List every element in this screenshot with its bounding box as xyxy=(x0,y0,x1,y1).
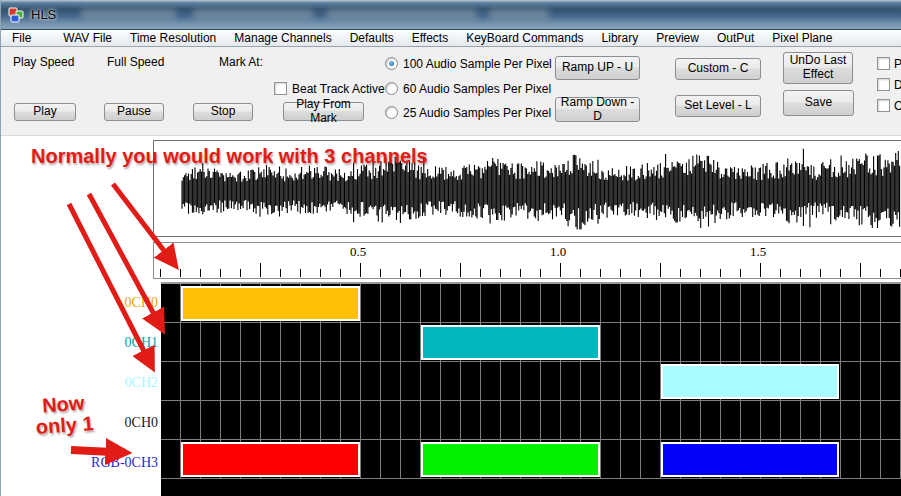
ruler-tick xyxy=(480,269,481,277)
effect-block[interactable] xyxy=(421,442,600,477)
blurred-title-text xyxy=(193,9,313,20)
ruler-tick-medium xyxy=(860,263,861,277)
menubar: FileWAV FileTime ResolutionManage Channe… xyxy=(1,31,901,47)
ruler-tick xyxy=(180,269,181,277)
play-speed-label: Play Speed xyxy=(13,55,74,69)
menu-item-keyboard-commands[interactable]: KeyBoard Commands xyxy=(457,31,592,47)
menu-item-manage-channels[interactable]: Manage Channels xyxy=(225,31,340,47)
sample-rate-radio-label-0: 100 Audio Sample Per Pixel xyxy=(403,57,552,71)
play-from-mark-button[interactable]: Play From Mark xyxy=(283,102,364,121)
annotation-now-only: Now only 1 xyxy=(22,391,107,439)
right-checkbox-label-1: Di xyxy=(894,78,901,92)
ruler-tick-medium xyxy=(560,263,561,277)
ramp-down-d-button[interactable]: Ramp Down - D xyxy=(555,97,640,122)
save-button[interactable]: Save xyxy=(783,90,854,116)
channel-row-0[interactable] xyxy=(161,284,901,323)
pause-button[interactable]: Pause xyxy=(104,103,164,121)
menu-item-preview[interactable]: Preview xyxy=(647,31,708,47)
ruler-tick-medium xyxy=(460,263,461,277)
ruler-tick xyxy=(880,269,881,277)
menu-item-time-resolution[interactable]: Time Resolution xyxy=(121,31,225,47)
sample-rate-radio-label-1: 60 Audio Samples Per Pixel xyxy=(403,82,551,96)
channel-label-1[interactable]: 0CH1 xyxy=(54,335,158,351)
channel-row-3[interactable] xyxy=(161,401,901,440)
hls-window: HLS FileWAV FileTime ResolutionManage Ch… xyxy=(0,0,901,496)
ruler-tick xyxy=(440,269,441,277)
right-checkbox-label-2: O xyxy=(894,99,901,113)
effect-block[interactable] xyxy=(661,442,839,477)
stop-button[interactable]: Stop xyxy=(193,103,253,121)
titlebar[interactable]: HLS xyxy=(1,0,901,30)
ruler-tick xyxy=(640,269,641,277)
ruler-tick xyxy=(400,269,401,277)
ruler-tick xyxy=(240,269,241,277)
right-checkbox-2[interactable] xyxy=(877,99,890,112)
sample-rate-radio-1[interactable] xyxy=(385,82,398,95)
menu-item-defaults[interactable]: Defaults xyxy=(341,31,403,47)
custom-c-button[interactable]: Custom - C xyxy=(675,58,761,80)
channel-row-1[interactable] xyxy=(161,323,901,362)
menu-item-pixel-plane[interactable]: Pixel Plane xyxy=(763,31,841,47)
ruler-tick xyxy=(220,269,221,277)
channel-label-2[interactable]: 0CH2 xyxy=(54,375,158,391)
channel-label-4[interactable]: RGB-0CH3 xyxy=(54,455,158,471)
ruler-label-0-5: 0.5 xyxy=(341,244,375,260)
right-checkbox-0[interactable] xyxy=(877,57,890,70)
full-speed-value: Full Speed xyxy=(107,55,164,69)
ruler-tick-medium xyxy=(260,263,261,277)
menu-item-output[interactable]: OutPut xyxy=(708,31,763,47)
set-level-l-button[interactable]: Set Level - L xyxy=(675,95,761,117)
ruler-tick xyxy=(420,269,421,277)
ruler-tick xyxy=(540,269,541,277)
ruler-tick xyxy=(500,269,501,277)
ruler-tick xyxy=(200,269,201,277)
app-icon[interactable] xyxy=(8,7,24,23)
sample-rate-radio-2[interactable] xyxy=(385,106,398,119)
sample-rate-radio-0[interactable] xyxy=(385,57,398,70)
blurred-title-text xyxy=(81,9,176,20)
sequencer-grid xyxy=(161,282,901,496)
ruler-tick xyxy=(680,269,681,277)
timeline-ruler[interactable]: 0.51.01.5 xyxy=(153,242,901,279)
ruler-tick xyxy=(620,269,621,277)
menu-item-wav-file[interactable]: WAV File xyxy=(54,31,121,47)
blurred-title-text xyxy=(327,9,477,20)
menu-item-library[interactable]: Library xyxy=(593,31,648,47)
ruler-tick xyxy=(740,269,741,277)
right-checkbox-1[interactable] xyxy=(877,78,890,91)
ruler-tick xyxy=(380,269,381,277)
ruler-tick xyxy=(580,269,581,277)
ruler-label-1-5: 1.5 xyxy=(741,244,775,260)
ruler-tick-medium xyxy=(360,263,361,277)
ruler-tick xyxy=(840,269,841,277)
beat-track-checkbox[interactable] xyxy=(274,82,287,95)
ruler-tick xyxy=(280,269,281,277)
effect-block[interactable] xyxy=(661,364,839,399)
effect-block[interactable] xyxy=(421,325,600,360)
menu-item-file[interactable]: File xyxy=(3,31,40,47)
sample-rate-radio-label-2: 25 Audio Samples Per Pixel xyxy=(403,106,551,120)
undo-last-effect-button[interactable]: UnDo Last Effect xyxy=(783,52,853,84)
toolbar: Play Speed Full Speed Mark At: Beat Trac… xyxy=(1,47,901,136)
ruler-tick xyxy=(520,269,521,277)
channel-label-0[interactable]: 0CH0 xyxy=(54,295,158,311)
ruler-tick xyxy=(160,269,161,277)
ruler-tick xyxy=(820,269,821,277)
ruler-tick xyxy=(780,269,781,277)
channel-row-4[interactable] xyxy=(161,440,901,479)
effect-block[interactable] xyxy=(181,442,360,477)
channel-row-2[interactable] xyxy=(161,362,901,401)
mark-at-label: Mark At: xyxy=(219,55,263,69)
ramp-up-u-button[interactable]: Ramp UP - U xyxy=(555,56,640,80)
ruler-tick xyxy=(800,269,801,277)
ruler-tick xyxy=(300,269,301,277)
ruler-tick xyxy=(600,269,601,277)
ruler-tick xyxy=(720,269,721,277)
menu-item-effects[interactable]: Effects xyxy=(403,31,457,47)
window-title: HLS xyxy=(31,7,56,22)
ruler-label-1-0: 1.0 xyxy=(541,244,575,260)
right-checkbox-label-0: Pr xyxy=(894,57,901,71)
effect-block[interactable] xyxy=(181,286,360,321)
beat-track-label: Beat Track Active xyxy=(292,82,385,96)
play-button[interactable]: Play xyxy=(14,103,76,121)
